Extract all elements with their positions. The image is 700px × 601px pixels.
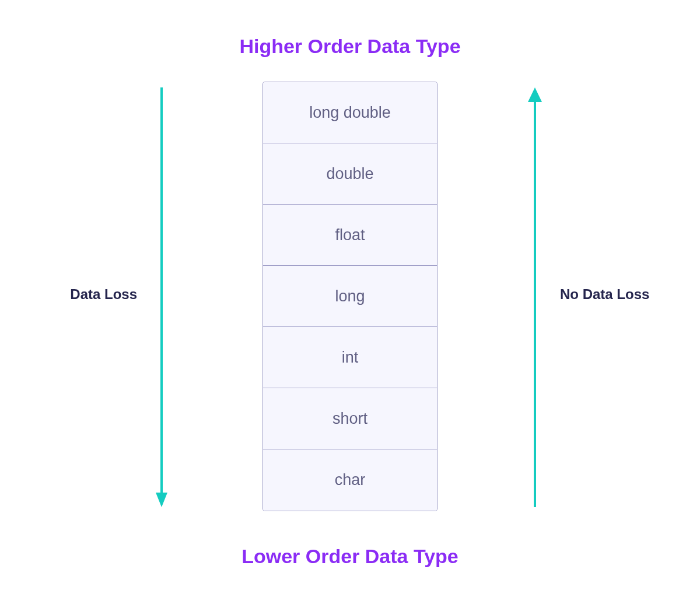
type-row-int: int [263,327,437,388]
label-no-data-loss: No Data Loss [560,286,649,303]
type-label: float [335,226,365,244]
type-label: char [335,471,366,489]
arrow-up-icon [528,87,542,507]
type-row-float: float [263,205,437,266]
label-data-loss: Data Loss [70,286,137,303]
type-label: long double [309,104,391,122]
type-label: int [342,349,359,367]
arrow-down-icon [156,87,167,507]
title-higher-order: Higher Order Data Type [0,35,700,58]
type-row-double: double [263,143,437,205]
type-label: long [335,287,365,305]
type-row-long-double: long double [263,82,437,143]
svg-marker-3 [528,87,542,102]
type-label: short [332,410,368,428]
title-lower-order: Lower Order Data Type [0,545,700,568]
svg-marker-1 [156,493,167,507]
data-type-hierarchy-table: long double double float long int short … [262,82,438,511]
type-row-short: short [263,388,437,449]
type-row-char: char [263,449,437,511]
type-row-long: long [263,266,437,327]
type-label: double [326,165,373,183]
